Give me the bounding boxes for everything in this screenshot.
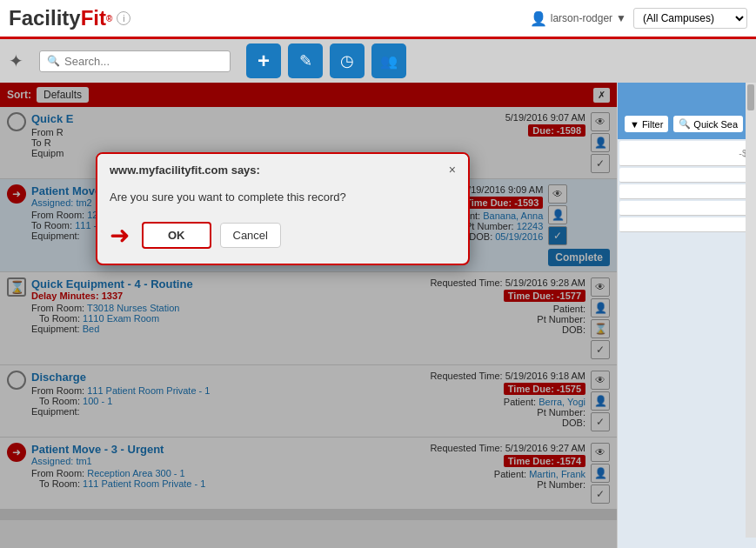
people-icon: 👥 [380,53,398,70]
logo-registered: ® [106,14,112,23]
right-panel-item: -$ [619,141,754,166]
add-icon: + [258,49,270,73]
ok-button[interactable]: OK [142,222,211,249]
search-box: 🔍 [39,50,231,72]
right-panel-header: ▼ Filter 🔍 Quick Sea [618,109,756,139]
quick-search-button[interactable]: 🔍 Quick Sea [673,116,743,132]
right-panel-item [619,217,754,232]
logo: Facility Fit ® i [9,6,130,30]
search-input[interactable] [64,55,195,68]
main-area: Sort: Defaults ✗ Quick E From R To R Equ… [0,83,756,548]
right-panel-item [619,168,754,183]
pencil-icon: ✎ [299,51,312,70]
campus-select[interactable]: (All Campuses) [633,8,747,29]
quick-search-label: Quick Sea [693,119,738,130]
user-dropdown-icon[interactable]: ▼ [616,12,626,24]
modal-arrow-icon: ➜ [110,221,130,250]
user-info: 👤 larson-rodger ▼ [530,10,626,27]
modal-buttons: ➜ OK Cancel [110,221,456,250]
left-panel: Sort: Defaults ✗ Quick E From R To R Equ… [0,83,617,548]
search-icon: 🔍 [47,55,60,67]
username: larson-rodger [551,12,612,24]
clock-icon: ◷ [340,51,354,70]
cancel-button[interactable]: Cancel [220,223,281,248]
right-panel-items: -$ [618,139,756,548]
right-panel-item [619,201,754,216]
modal-body: Are you sure you want to complete this r… [97,182,468,264]
filter-button[interactable]: ▼ Filter [625,116,668,132]
modal-overlay: www.myfacilityfit.com says: × Are you su… [0,83,617,548]
edit-button[interactable]: ✎ [288,43,323,78]
right-panel-item [619,184,754,199]
right-panel: ▼ Filter 🔍 Quick Sea -$ [617,83,756,548]
modal-title: www.myfacilityfit.com says: [110,164,260,177]
add-button[interactable]: + [246,43,281,78]
star-icon[interactable]: ✦ [9,50,23,71]
user-icon: 👤 [530,10,547,27]
logo-facility: Facility [9,6,81,30]
confirm-dialog: www.myfacilityfit.com says: × Are you su… [96,152,470,265]
toolbar: ✦ 🔍 + ✎ ◷ 👥 [0,39,756,83]
filter-icon: ▼ [630,119,639,130]
clock-button[interactable]: ◷ [330,43,365,78]
modal-message: Are you sure you want to complete this r… [110,190,456,204]
vertical-scrollbar[interactable] [746,83,756,538]
modal-close-button[interactable]: × [449,163,456,177]
people-button[interactable]: 👥 [371,43,406,78]
right-panel-top-bar [618,83,756,109]
app-header: Facility Fit ® i 👤 larson-rodger ▼ (All … [0,0,756,39]
header-right: 👤 larson-rodger ▼ (All Campuses) [530,8,747,29]
info-icon[interactable]: i [117,11,130,25]
logo-fit: Fit [81,6,106,30]
magnify-icon: 🔍 [679,118,691,130]
filter-label: Filter [642,119,663,130]
modal-title-bar: www.myfacilityfit.com says: × [97,154,468,182]
